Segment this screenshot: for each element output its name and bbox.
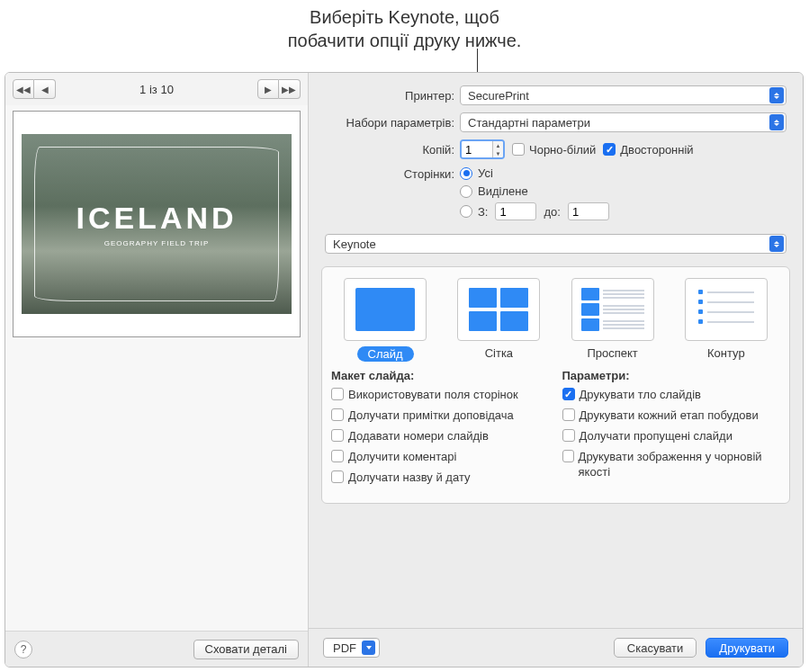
bw-checkbox[interactable]: Чорно-білий [512,143,596,157]
include-name-date-checkbox[interactable]: Долучати назву й дату [331,470,550,486]
nav-next-icon[interactable]: ▶ [257,79,279,99]
draft-images-checkbox[interactable]: Друкувати зображення у чорновій якості [562,450,781,480]
layout-outline-thumb [685,278,768,341]
popup-arrows-icon [769,236,784,252]
nav-last-icon[interactable]: ▶▶ [279,79,301,99]
include-comments-checkbox[interactable]: Долучити коментарі [331,450,550,465]
pages-label: Сторінки: [325,166,460,181]
pdf-label: PDF [333,641,356,655]
pages-options: Усі Виділене З: до: [460,166,609,225]
handout-icon [572,279,653,340]
keynote-options-box: Слайд Сітка Пр [321,266,790,504]
pages-all-radio[interactable]: Усі [460,166,609,180]
print-dialog: ◀◀ ◀ 1 із 10 ▶ ▶▶ ICELAND GEOGRAPHY FIEL… [4,72,804,668]
instruction-line2: побачити опції друку нижче. [0,29,809,52]
radio-dot [460,205,472,218]
include-notes-checkbox[interactable]: Долучати примітки доповідача [331,408,550,424]
presets-row: Набори параметрів: Стандартні параметри [325,112,787,132]
pages-to-label: до: [544,205,560,219]
layout-slide-label: Слайд [357,346,414,362]
layout-slide[interactable]: Слайд [342,278,428,362]
add-numbers-checkbox[interactable]: Додавати номери слайдів [331,429,550,444]
print-button[interactable]: Друкувати [706,638,788,658]
print-builds-checkbox[interactable]: Друкувати кожний етап побудови [562,408,781,424]
settings-pane: Принтер: SecurePrint Набори параметрів: … [309,73,803,667]
cancel-button[interactable]: Скасувати [614,638,697,658]
printer-label: Принтер: [325,89,460,103]
nav-next-group: ▶ ▶▶ [257,79,301,99]
copies-controls: ▲▼ Чорно-білий Двосторонній [460,139,694,159]
help-button[interactable]: ? [14,641,32,659]
preview-footer: ? Сховати деталі [5,631,308,667]
layout-handout-label: Проспект [587,346,637,360]
preview-pane: ◀◀ ◀ 1 із 10 ▶ ▶▶ ICELAND GEOGRAPHY FIEL… [5,73,309,667]
pages-all-label: Усі [478,166,493,180]
slide-layout-heading: Макет слайда: [331,369,550,382]
pages-from-label: З: [478,205,488,219]
layout-outline[interactable]: Контур [683,278,769,362]
copies-input[interactable] [462,141,492,157]
bw-label: Чорно-білий [529,143,596,157]
section-popup[interactable]: Keynote [325,234,787,254]
pages-row: Сторінки: Усі Виділене З: [325,166,787,225]
include-skipped-checkbox[interactable]: Долучати пропущені слайди [562,429,781,444]
pages-selected-radio[interactable]: Виділене [460,184,609,198]
copies-stepper[interactable]: ▲▼ [460,139,505,159]
printer-row: Принтер: SecurePrint [325,85,787,105]
options-columns: Макет слайда: Використовувати поля сторі… [331,369,780,490]
outline-icon [686,279,767,340]
radio-dot [460,167,472,180]
pages-selected-label: Виділене [478,184,528,198]
pages-from-input[interactable] [495,202,536,220]
nav-prev-icon[interactable]: ◀ [34,79,56,99]
layout-grid-label: Сітка [485,346,513,360]
chevron-down-icon [362,641,375,655]
form-area: Принтер: SecurePrint Набори параметрів: … [309,73,803,266]
nav-first-icon[interactable]: ◀◀ [13,79,34,99]
dialog-footer: PDF Скасувати Друкувати [309,628,803,667]
slide-icon [355,288,415,331]
params-col: Параметри: Друкувати тло слайдів Друкува… [562,369,781,490]
bw-cb-box [512,143,525,156]
instruction-callout: Виберіть Keynote, щоб побачити опції дру… [0,0,809,65]
cancel-label: Скасувати [627,641,684,655]
instruction-line1: Виберіть Keynote, щоб [310,7,499,27]
section-popup-value: Keynote [333,237,376,251]
pdf-menu-button[interactable]: PDF [323,638,380,658]
stepper-buttons[interactable]: ▲▼ [492,141,503,157]
page-counter: 1 із 10 [139,83,174,96]
presets-value: Стандартні параметри [468,116,590,130]
layout-handout-thumb [571,278,654,341]
presets-label: Набори параметрів: [325,116,460,130]
copies-row: Копій: ▲▼ Чорно-білий Двосторонній [325,139,787,159]
pages-range-radio[interactable]: З: до: [460,202,609,220]
copies-label: Копій: [325,143,460,157]
printer-popup[interactable]: SecurePrint [460,85,787,105]
use-margins-checkbox[interactable]: Використовувати поля сторінок [331,388,550,403]
printer-value: SecurePrint [468,89,529,103]
popup-arrows-icon [769,87,784,103]
preview-page: ICELAND GEOGRAPHY FIELD TRIP [13,111,301,337]
grid-icon [458,279,539,340]
hide-details-button[interactable]: Сховати деталі [193,640,299,659]
presets-popup[interactable]: Стандартні параметри [460,112,787,132]
layout-slide-thumb [344,278,427,341]
print-bg-checkbox[interactable]: Друкувати тло слайдів [562,388,781,403]
nav-prev-group: ◀◀ ◀ [13,79,56,99]
layout-row: Слайд Сітка Пр [331,278,780,362]
layout-handout[interactable]: Проспект [570,278,656,362]
pages-range-controls: З: до: [478,202,609,220]
hide-details-label: Сховати деталі [205,642,287,656]
duplex-label: Двосторонній [620,143,693,157]
pages-to-input[interactable] [568,202,609,220]
radio-dot [460,185,472,198]
section-popup-row: Keynote [325,234,787,254]
layout-grid[interactable]: Сітка [455,278,542,362]
slide-layout-col: Макет слайда: Використовувати поля сторі… [331,369,550,490]
slide-thumbnail: ICELAND GEOGRAPHY FIELD TRIP [22,134,292,314]
popup-arrows-icon [769,114,784,130]
slide-outline-graphic [34,147,279,301]
params-heading: Параметри: [562,369,781,382]
layout-grid-thumb [457,278,540,341]
duplex-checkbox[interactable]: Двосторонній [603,143,693,157]
